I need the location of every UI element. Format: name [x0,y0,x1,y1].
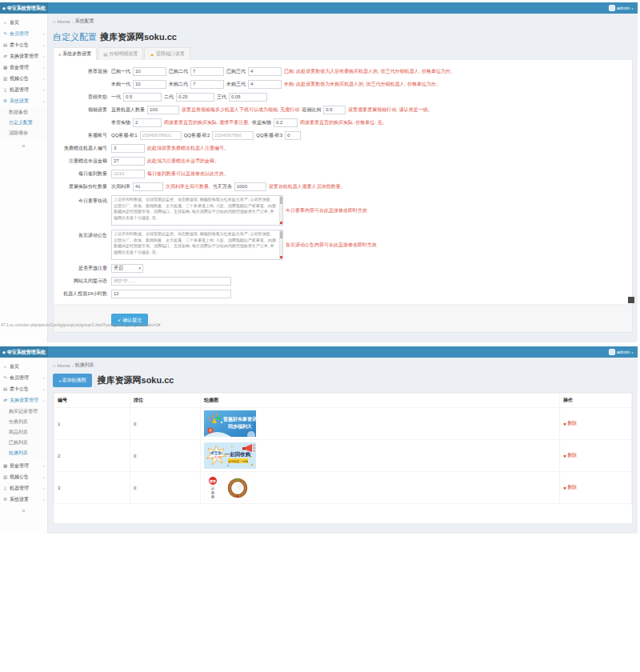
sidebar-subitem-3-3[interactable]: 已购列表 [0,438,47,448]
field-sublabel: 二代 [164,93,174,102]
screenshot-banner-list-page: ◆ 夺宝系统管理系统 admin ∨ ⌂首页✎会员管理∨▤发卡公告∨⇄兑换设置管… [0,346,638,534]
text-input[interactable]: 41 [133,182,163,191]
banner-table: 编号排位轮播图操作10 普惠好实事资讯 同步福利大 ✖删除20 寻宝季 上新啦 … [54,393,632,504]
sidebar-item-0[interactable]: ⌂首页 [0,17,47,28]
text-input[interactable]: 10 [133,67,166,76]
text-input[interactable]: 12 [111,290,231,298]
sidebar-collapse-button[interactable]: « [0,505,47,517]
delete-label: 删除 [567,484,577,491]
sidebar-subitem-3-0[interactable]: 购买记录管理 [0,406,47,417]
sidebar-subitem-3-1[interactable]: 分类列表 [0,417,47,427]
form-row-fields: 未购一代10未购二代7未购三代4未购: 此处设置数值为未购买机器人的, 按三代分… [111,80,441,89]
tab-1[interactable]: ▤分销明细设置 [98,47,143,60]
scrollbar-thumb[interactable] [280,197,282,204]
hint-text: 今日要事内容可在此直接修改即时生效 [286,206,367,215]
sidebar-item-2[interactable]: ▤发卡公告∨ [0,39,47,50]
breadcrumb-home[interactable]: Home [58,19,70,24]
field-sublabel: 一代 [111,93,121,102]
cell-actions: ✖删除 [560,472,632,504]
scrollbar-thumb[interactable] [280,231,282,238]
text-input[interactable]: 7 [190,67,224,76]
form-row-label: 客服账号 [54,131,111,140]
text-input[interactable]: 维护中...... [111,277,231,286]
edit-icon: ✎ [2,31,8,36]
sidebar-item-7[interactable]: ⚙系统设置∨ [0,494,47,505]
cell-number: 3 [54,472,130,504]
field-sublabel: 当天万条 [213,182,232,191]
sidebar-item-6[interactable]: ▯机器管理∨ [0,482,47,494]
text-input[interactable]: 0.5 [323,106,346,114]
field-sublabel: 拿货实物 [111,118,130,127]
text-input[interactable]: 4 [248,67,282,76]
select-input[interactable]: 开启▾ [111,264,143,273]
scroll-artifact [628,297,634,303]
text-input[interactable]: 0 [285,131,301,140]
sidebar-item-7[interactable]: ⚙系统设置∨ [0,95,47,106]
page-canvas: ◆ 夺宝系统管理系统 admin ∨ ⌂首页✎会员管理∨▤发卡公告∨⇄兑换设置管… [0,0,640,672]
delete-button[interactable]: ✖删除 [563,452,577,459]
text-input[interactable]: 0.5 [123,93,162,102]
sidebar-subitem-7-0[interactable]: 数据备份 [0,107,47,118]
scrollbar[interactable] [279,230,282,259]
sidebar-subitem-3-2[interactable]: 商品列表 [0,427,47,438]
sidebar-subitem-7-2[interactable]: 清除缓存 [0,128,47,138]
brand-logo-2[interactable]: ◆ 夺宝系统管理系统 [0,346,48,358]
text-input[interactable]: 2 [133,118,162,127]
gear-icon: ⚙ [2,98,8,103]
chevron-down-icon: ∨ [42,43,45,46]
banner2-burst-bottom: 上新啦 [211,455,221,459]
text-input[interactable]: 0.2 [274,118,298,127]
scrollbar-button[interactable] [280,256,282,258]
text-input[interactable]: 23345678901 [140,131,182,140]
tab-0[interactable]: ≡系统参数设置 [53,47,97,60]
breadcrumb-home[interactable]: Home [58,363,70,368]
sidebar-item-4[interactable]: ▦资金管理∨ [0,62,47,73]
add-banner-button[interactable]: + 添加轮播图 [53,374,92,387]
text-input[interactable]: 1000 [234,182,266,191]
textarea-input[interactable]: 上证所实时数据、全球贸易总监控、动态数据等, 精确到每笔分红收益点资产; 公司区… [111,230,283,260]
table-header-row: 编号排位轮播图操作 [54,394,632,408]
sidebar-item-4[interactable]: ▦资金管理∨ [0,460,47,471]
sidebar-item-1[interactable]: ✎会员管理∨ [0,28,47,39]
sidebar-item-3[interactable]: ⇄兑换设置管理∨ [0,394,47,406]
text-input[interactable]: 7 [190,80,224,89]
sidebar-subitem-3-4[interactable]: 轮播列表 [0,448,47,458]
sidebar-item-5[interactable]: ▥视频公告∨ [0,471,47,482]
user-menu[interactable]: admin ∨ [609,5,638,11]
cell-actions: ✖删除 [560,440,632,472]
text-input[interactable]: 100 [147,106,179,114]
delete-button[interactable]: ✖删除 [563,420,577,427]
text-input[interactable]: 4 [248,80,282,89]
sidebar-item-label: 首页 [10,363,19,370]
user-menu-2[interactable]: admin ∨ [609,349,638,355]
chevron-down-icon: ∨ [42,99,45,102]
table-row: 30 惊喜 就 要 爱 ✖删除 [54,472,632,504]
sidebar-subitem-7-1[interactable]: 自定义配置 [0,118,47,128]
tab-2[interactable]: ▲受限端口设置 [144,47,190,60]
chevron-down-icon: ∨ [631,350,634,354]
text-input[interactable]: 0.25 [176,93,214,102]
delete-button[interactable]: ✖删除 [563,484,577,491]
text-input[interactable]: 3 [111,144,145,153]
text-input[interactable]: 2334567890 [212,131,254,140]
sidebar-item-1[interactable]: ✎会员管理∨ [0,372,47,383]
brand-logo[interactable]: ◆ 夺宝系统管理系统 [0,2,48,14]
scrollbar-button[interactable] [280,222,282,224]
text-input[interactable]: 27 [111,157,145,166]
text-input[interactable]: 1010 [111,170,145,178]
form-row-fields: 上证所实时数据、全球贸易总监控、动态数据等, 精确到每笔分红收益点资产; 公司区… [111,195,367,226]
hint-text: 间接要发直营的购买实际, 需求不要注册, [164,118,250,127]
main-content: ⌂ Home › 系统配置 自定义配置 搜库资源网soku.cc ≡系统参数设置… [48,14,638,342]
sidebar-item-3[interactable]: ⇄兑换设置管理∨ [0,50,47,62]
field-sublabel: 未购一代 [111,80,130,89]
sidebar-item-0[interactable]: ⌂首页 [0,361,47,372]
sidebar-item-5[interactable]: ▥视频公告∨ [0,73,47,84]
textarea-input[interactable]: 上证所实时数据、全球贸易总监控、动态数据等, 精确到每笔分红收益点资产; 公司区… [111,195,283,226]
sidebar-collapse-button[interactable]: « [0,140,47,152]
sidebar-item-2[interactable]: ▤发卡公告∨ [0,383,47,394]
sidebar-item-6[interactable]: ▯机器管理∨ [0,84,47,95]
scrollbar[interactable] [279,196,282,225]
text-input[interactable]: 10 [133,80,166,89]
cell-sort: 0 [130,440,201,472]
text-input[interactable]: 0.05 [229,93,267,102]
